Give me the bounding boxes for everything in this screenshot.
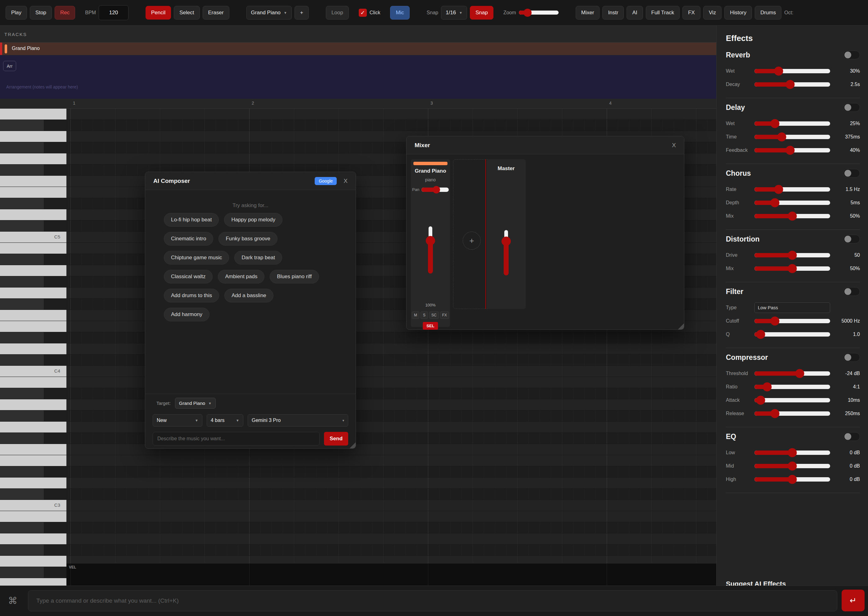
slider-thumb[interactable] <box>788 461 797 470</box>
grid-row-C3[interactable] <box>66 500 716 511</box>
arrangement-lane[interactable]: Arr Arrangement (notes will appear here) <box>0 55 716 99</box>
piano-key-A#2[interactable] <box>0 522 66 533</box>
grid-row-G#2[interactable] <box>66 545 716 556</box>
suggestion-pill[interactable]: Add a bassline <box>224 289 273 302</box>
piano-key-C4[interactable]: C4 <box>0 366 66 377</box>
instr-button[interactable]: Instr <box>602 6 624 20</box>
history-button[interactable]: History <box>724 6 752 20</box>
piano-key-C5[interactable]: C5 <box>0 232 66 243</box>
piano-key-C#5[interactable] <box>0 220 66 232</box>
solo-button[interactable]: S <box>420 311 428 319</box>
distortion-enable-toggle[interactable] <box>843 235 860 244</box>
piano-key-A2[interactable] <box>0 533 66 545</box>
piano-key-G#2[interactable] <box>0 545 66 556</box>
piano-key-A3[interactable] <box>0 399 66 410</box>
piano-key-D3[interactable] <box>0 478 66 489</box>
piano-key-F#4[interactable] <box>0 299 66 310</box>
suggestion-pill[interactable]: Happy pop melody <box>224 213 282 227</box>
close-icon[interactable]: X <box>343 178 348 184</box>
grid-row-G2[interactable] <box>66 556 716 563</box>
time-slider[interactable] <box>754 135 830 139</box>
add-channel-button[interactable]: + <box>463 232 481 250</box>
piano-key-G3[interactable] <box>0 422 66 433</box>
velocity-lane[interactable]: VEL <box>66 563 716 586</box>
command-input[interactable] <box>28 590 837 611</box>
slider-thumb[interactable] <box>777 132 786 141</box>
piano-key-F#3[interactable] <box>0 433 66 444</box>
rate-slider[interactable] <box>754 187 830 192</box>
music-prompt-input[interactable] <box>153 432 320 446</box>
piano-key-D#3[interactable] <box>0 466 66 478</box>
piano-key-G#4[interactable] <box>0 277 66 288</box>
feedback-slider[interactable] <box>754 148 830 152</box>
slider-thumb[interactable] <box>788 211 797 220</box>
sidechain-button[interactable]: SC <box>429 311 439 319</box>
select-tool-button[interactable]: Select <box>174 6 199 20</box>
suggestion-pill[interactable]: Classical waltz <box>164 270 213 283</box>
filter-type-select[interactable]: Low Pass <box>754 302 830 313</box>
pan-slider-thumb[interactable] <box>432 186 440 193</box>
slider-thumb[interactable] <box>774 185 783 194</box>
bpm-input[interactable] <box>99 5 128 20</box>
resize-handle[interactable] <box>677 322 684 329</box>
slider-thumb[interactable] <box>785 146 794 155</box>
mic-button[interactable]: Mic <box>390 6 409 20</box>
record-button[interactable]: Rec <box>55 6 75 20</box>
slider-thumb[interactable] <box>770 409 779 418</box>
grid-row-B2[interactable] <box>66 511 716 522</box>
slider-thumb[interactable] <box>785 80 794 89</box>
suggestion-pill[interactable]: Blues piano riff <box>269 270 319 283</box>
slider-thumb[interactable] <box>774 66 783 75</box>
loop-button[interactable]: Loop <box>326 6 349 20</box>
mid-slider[interactable] <box>754 464 830 468</box>
slider-thumb[interactable] <box>756 330 765 339</box>
wet-slider[interactable] <box>754 121 830 126</box>
piano-key-E5[interactable] <box>0 187 66 198</box>
eraser-tool-button[interactable]: Eraser <box>203 6 229 20</box>
enter-button[interactable]: ↵ <box>841 589 865 611</box>
piano-key-C3[interactable]: C3 <box>0 500 66 511</box>
piano-key-F4[interactable] <box>0 310 66 321</box>
slider-thumb[interactable] <box>756 396 765 405</box>
piano-key-F3[interactable] <box>0 444 66 455</box>
slider-thumb[interactable] <box>770 316 779 325</box>
resize-handle[interactable] <box>349 442 356 448</box>
piano-key-G2[interactable] <box>0 556 66 567</box>
master-fader-thumb[interactable] <box>501 237 511 246</box>
click-checkbox[interactable]: ✓ <box>359 9 367 17</box>
ai-button[interactable]: AI <box>627 6 643 20</box>
bar-ruler[interactable]: 1 2 3 4 <box>0 99 716 108</box>
piano-keys[interactable]: C5C4C3 <box>0 108 66 586</box>
snap-toggle-button[interactable]: Snap <box>470 6 494 20</box>
piano-key-G5[interactable] <box>0 153 66 165</box>
filter-enable-toggle[interactable] <box>843 287 860 296</box>
suggestion-pill[interactable]: Ambient pads <box>218 270 265 283</box>
suggestion-pill[interactable]: Add drums to this <box>164 289 219 302</box>
instrument-select[interactable]: Grand Piano ▼ <box>246 6 292 20</box>
ratio-slider[interactable] <box>754 385 830 389</box>
slider-thumb[interactable] <box>770 119 779 128</box>
piano-key-A#5[interactable] <box>0 120 66 131</box>
depth-slider[interactable] <box>754 201 830 205</box>
mixer-titlebar[interactable]: Mixer X <box>407 136 684 154</box>
piano-key-E3[interactable] <box>0 455 66 466</box>
release-slider[interactable] <box>754 412 830 416</box>
fader-thumb[interactable] <box>426 236 435 245</box>
piano-key-B5[interactable] <box>0 108 66 120</box>
piano-key-D5[interactable] <box>0 209 66 220</box>
decay-slider[interactable] <box>754 82 830 86</box>
piano-key-A#4[interactable] <box>0 254 66 265</box>
piano-key-E4[interactable] <box>0 321 66 332</box>
length-select[interactable]: 4 bars ▼ <box>207 414 243 427</box>
full-track-button[interactable]: Full Track <box>646 6 680 20</box>
piano-key-G#5[interactable] <box>0 142 66 153</box>
mode-select[interactable]: New ▼ <box>153 414 202 427</box>
piano-key-F2[interactable] <box>0 578 66 586</box>
add-track-button[interactable]: + <box>295 6 309 20</box>
eq-enable-toggle[interactable] <box>843 432 860 441</box>
arr-button[interactable]: Arr <box>3 61 16 71</box>
grid-row-A#2[interactable] <box>66 522 716 533</box>
piano-key-C#3[interactable] <box>0 489 66 500</box>
fx-button[interactable]: FX <box>682 6 700 20</box>
suggestion-pill[interactable]: Funky bass groove <box>218 232 277 245</box>
